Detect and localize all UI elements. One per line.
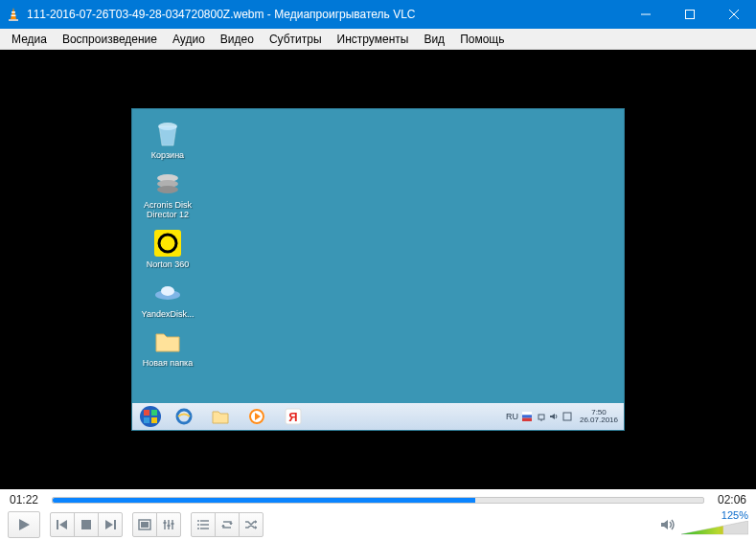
playlist-button[interactable] [191,512,216,537]
close-button[interactable] [712,0,756,29]
taskbar-wmp-icon [240,405,274,428]
desktop-icon-label: Корзина [151,151,184,161]
tray-clock: 7:50 26.07.2016 [576,409,622,425]
svg-rect-2 [11,11,15,13]
svg-marker-56 [255,520,257,524]
menu-subtitle[interactable]: Субтитры [262,31,330,48]
tray-flag-icon [522,412,532,421]
taskbar-explorer-icon [203,405,238,428]
speaker-icon[interactable] [660,518,676,531]
stop-icon [80,519,92,530]
svg-rect-45 [164,522,167,524]
folder-icon [152,326,183,357]
loop-button[interactable] [215,512,240,537]
svg-marker-32 [550,414,555,419]
norton-icon [152,228,183,259]
svg-rect-17 [144,410,149,416]
svg-rect-41 [141,522,149,528]
svg-marker-0 [11,8,16,19]
svg-text:Я: Я [288,410,297,424]
skip-forward-icon [103,519,117,530]
menu-view[interactable]: Вид [416,31,452,48]
taskbar-ie-icon [167,405,201,428]
maximize-button[interactable] [668,0,712,29]
time-total[interactable]: 02:06 [714,493,746,506]
recycle-bin-icon [152,119,183,149]
svg-rect-3 [11,15,16,17]
svg-rect-28 [522,415,532,417]
desktop-icon-label: Norton 360 [147,260,190,270]
tray-network-icon [536,412,545,421]
svg-rect-19 [144,417,149,423]
tray-action-icon [562,412,572,421]
svg-marker-36 [59,520,67,529]
minimize-button[interactable] [624,0,668,29]
tray-volume-icon [549,412,559,421]
svg-point-16 [140,406,161,427]
svg-marker-55 [221,525,225,527]
menu-video[interactable]: Видео [213,31,262,48]
desktop-icon-recycle: Корзина [138,119,197,161]
ufo-icon [152,278,183,308]
equalizer-icon [162,519,175,530]
video-content: Корзина Acronis Disk Director 12 Norton … [131,108,625,431]
seek-row: 01:22 02:06 [0,491,756,508]
svg-rect-20 [151,417,157,423]
svg-point-11 [157,186,178,193]
desktop-icon-folder: Новая папка [138,326,197,369]
svg-rect-39 [114,520,116,529]
svg-rect-35 [57,520,58,529]
previous-button[interactable] [50,512,75,537]
volume-slider[interactable] [681,521,748,540]
extended-settings-button[interactable] [156,512,181,537]
svg-rect-47 [172,523,174,525]
playlist-group [191,512,263,537]
menubar: Медиа Воспроизведение Аудио Видео Субтит… [0,29,756,50]
playback-group [50,512,123,537]
tray-lang: RU [506,412,518,421]
vlc-cone-icon [6,7,21,22]
video-area: Корзина Acronis Disk Director 12 Norton … [0,50,756,489]
desktop-icons: Корзина Acronis Disk Director 12 Norton … [138,119,197,369]
svg-rect-30 [538,415,544,419]
desktop-icon-norton: Norton 360 [138,228,197,270]
seek-fill [53,498,475,503]
svg-marker-58 [661,520,668,529]
stop-button[interactable] [74,512,99,537]
svg-rect-37 [81,520,91,529]
fullscreen-button[interactable] [132,512,157,537]
play-button[interactable] [8,511,40,538]
shuffle-button[interactable] [239,512,263,537]
window-title: 111-2016-07-26T03-49-28-034720800Z.webm … [27,8,624,21]
playlist-icon [196,519,210,530]
desktop-icon-acronis: Acronis Disk Director 12 [138,169,197,220]
svg-point-51 [197,520,199,522]
shuffle-icon [244,519,258,530]
titlebar: 111-2016-07-26T03-49-28-034720800Z.webm … [0,0,756,29]
svg-rect-46 [168,525,171,527]
desktop-icon-yadisk: YandexDisk... [138,278,197,320]
controls-row: 125% [0,508,756,540]
volume-percent: 125% [681,509,748,521]
svg-point-15 [161,286,174,296]
svg-point-52 [197,524,199,526]
menu-playback[interactable]: Воспроизведение [55,31,165,48]
time-elapsed[interactable]: 01:22 [10,493,42,506]
menu-tools[interactable]: Инструменты [330,31,417,48]
view-group [132,512,181,537]
menu-media[interactable]: Медиа [4,31,55,48]
volume-control: 125% [660,509,748,540]
svg-marker-57 [255,526,257,529]
svg-rect-29 [522,418,532,421]
video-taskbar: Я RU 7:50 26.07.2016 [132,403,624,430]
menu-audio[interactable]: Аудио [165,31,213,48]
menu-help[interactable]: Помощь [452,31,512,48]
play-icon [17,518,31,531]
desktop-icon-label: YandexDisk... [142,310,195,320]
svg-marker-34 [19,519,30,530]
next-button[interactable] [98,512,123,537]
svg-point-53 [197,528,199,529]
seek-slider[interactable] [52,497,704,504]
start-orb-icon [134,404,167,429]
system-tray: RU 7:50 26.07.2016 [506,409,622,425]
